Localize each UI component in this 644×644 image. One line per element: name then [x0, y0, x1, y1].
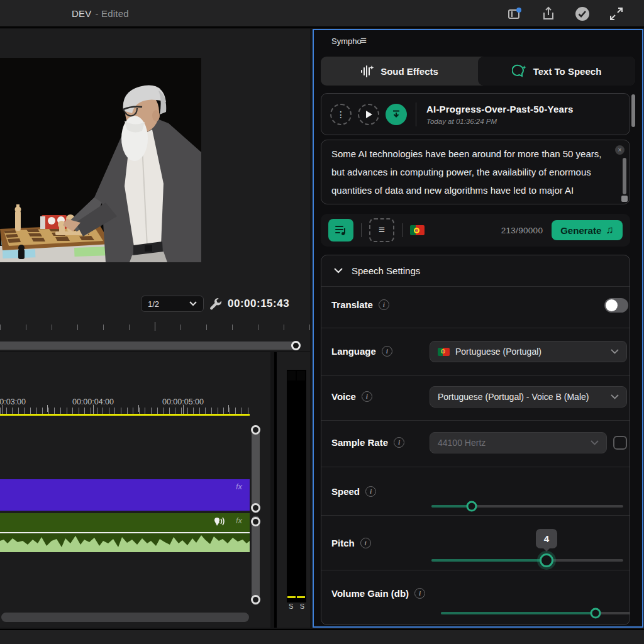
audio-meters[interactable]	[287, 370, 306, 602]
solo-left[interactable]: S	[289, 602, 293, 610]
chevron-down-icon	[189, 301, 197, 306]
share-icon[interactable]	[541, 6, 556, 21]
volume-gain-label-group: Volume Gain (db) i	[331, 588, 425, 599]
divider	[321, 375, 630, 376]
window-title: DEV- Edited	[72, 8, 129, 19]
pitch-slider-knob[interactable]	[540, 553, 553, 567]
speed-label: Speed	[331, 486, 360, 497]
sample-rate-checkbox[interactable]	[613, 436, 627, 450]
timeline-horizontal-scrollbar[interactable]	[1, 613, 249, 622]
ruler-timecode: 00:00:03:00	[0, 397, 36, 406]
video-preview[interactable]	[0, 58, 201, 262]
timeline-ruler[interactable]	[0, 408, 252, 414]
voice-select[interactable]: Portuguese (Portugal) - Voice B (Male)	[430, 386, 627, 408]
character-counter: 213/90000	[501, 226, 543, 235]
solo-right[interactable]: S	[300, 602, 304, 610]
textbox-scrollbar[interactable]	[623, 158, 626, 194]
tts-text[interactable]: Some AI technologies have been around fo…	[331, 145, 602, 204]
tab-sound-effects[interactable]: Soud Effects	[321, 57, 478, 86]
solo-labels: S S	[287, 602, 306, 610]
ruler-mid-tick	[47, 405, 48, 412]
voice-label-group: Voice i	[331, 391, 372, 402]
video-tracks-scrollbar[interactable]	[252, 425, 260, 513]
scrollbar-handle[interactable]	[251, 425, 260, 435]
portugal-flag-icon[interactable]	[410, 225, 425, 235]
voice-value: Portuguese (Portugal) - Voice B (Male)	[438, 392, 589, 402]
fx-badge[interactable]: fx	[236, 516, 242, 525]
sample-rate-value: 44100 Hertz	[438, 438, 486, 448]
speech-icon	[214, 517, 225, 526]
volume-gain-label: Volume Gain (db)	[331, 588, 409, 599]
edit-status: - Edited	[95, 8, 128, 19]
scrollbar-handle[interactable]	[251, 517, 260, 526]
portugal-flag-icon	[438, 348, 450, 356]
item-import-button[interactable]	[386, 104, 407, 125]
info-icon[interactable]: i	[382, 346, 392, 357]
meter-level-right	[297, 596, 305, 598]
item-play-button[interactable]	[358, 104, 379, 125]
info-icon[interactable]: i	[360, 538, 371, 548]
audio-waveform	[0, 533, 250, 552]
language-label: Language	[331, 346, 376, 357]
item-title: AI-Progress-Over-Past-50-Years	[426, 104, 574, 114]
translate-toggle[interactable]	[604, 298, 628, 313]
item-list-scrollbar[interactable]	[631, 94, 635, 127]
item-options-button[interactable]: ⋮	[330, 104, 352, 125]
ruler-mid-tick	[228, 405, 229, 412]
preview-page-select[interactable]: 1/2	[141, 296, 204, 312]
ruler-major-tick	[93, 405, 94, 414]
check-circle-icon[interactable]	[575, 6, 590, 21]
chevron-down-icon	[611, 394, 619, 399]
info-icon[interactable]: i	[414, 588, 425, 599]
toolbar-divider	[402, 223, 402, 237]
video-clip[interactable]: fx	[0, 479, 250, 511]
playlist-button[interactable]	[328, 219, 353, 242]
speed-slider-knob[interactable]	[467, 501, 477, 512]
panel-notification-icon[interactable]	[507, 6, 522, 21]
textbox-resize-grip[interactable]	[621, 196, 628, 202]
language-select[interactable]: Portuguese (Portugal)	[430, 341, 627, 362]
music-notes-icon: ♫	[606, 224, 614, 236]
chevron-down-icon	[591, 440, 599, 445]
tab-text-to-speech[interactable]: Text To Speech	[478, 57, 635, 86]
pitch-label-group: Pitch i	[331, 538, 371, 548]
text-list-button[interactable]: ≡	[369, 218, 394, 242]
scrollbar-handle[interactable]	[251, 595, 260, 604]
scrollbar-handle[interactable]	[251, 503, 260, 513]
volume-gain-slider-knob[interactable]	[591, 608, 601, 619]
work-area-bar[interactable]	[0, 414, 250, 416]
sample-rate-select: 44100 Hertz	[430, 432, 607, 453]
pitch-slider[interactable]: 4	[431, 559, 623, 562]
tab-label: Soud Effects	[380, 66, 438, 77]
ruler-major-tick	[3, 405, 3, 414]
panel-menu-icon[interactable]: ≡	[360, 35, 367, 47]
monitor-scrubber[interactable]	[0, 341, 301, 350]
bottom-strip	[0, 629, 644, 644]
list-icon: ≡	[379, 224, 385, 236]
toolbar-divider	[361, 223, 362, 237]
clip-indicator-right	[297, 371, 305, 380]
generate-button[interactable]: Generate ♫	[552, 220, 623, 240]
info-icon[interactable]: i	[394, 437, 404, 448]
tab-label: Text To Speech	[533, 66, 602, 77]
info-icon[interactable]: i	[379, 299, 389, 310]
audio-meter-panel: S S	[274, 352, 310, 628]
translate-label: Translate	[331, 299, 373, 310]
info-icon[interactable]: i	[362, 391, 372, 402]
slider-fill	[441, 612, 596, 614]
program-monitor: 1/2 00:00:15:43	[0, 29, 310, 351]
generated-audio-item[interactable]: ⋮ AI-Progress-Over-Past-50-Years Today a…	[321, 93, 630, 135]
monitor-playhead-handle[interactable]	[291, 341, 301, 350]
info-icon[interactable]: i	[365, 486, 376, 497]
audio-clip[interactable]: fx	[0, 513, 250, 552]
speed-slider[interactable]	[431, 505, 623, 508]
audio-tracks-scrollbar[interactable]	[252, 516, 260, 605]
tts-text-input[interactable]: Some AI technologies have been around fo…	[321, 140, 630, 204]
volume-gain-slider[interactable]	[441, 612, 630, 614]
expand-icon[interactable]	[609, 6, 624, 21]
playhead-timecode: 00:00:15:43	[228, 297, 289, 310]
clear-text-icon[interactable]: ×	[615, 145, 625, 155]
fx-badge[interactable]: fx	[236, 482, 242, 491]
speech-settings-header[interactable]: Speech Settings	[321, 255, 630, 286]
settings-wrench-icon[interactable]	[209, 297, 223, 311]
